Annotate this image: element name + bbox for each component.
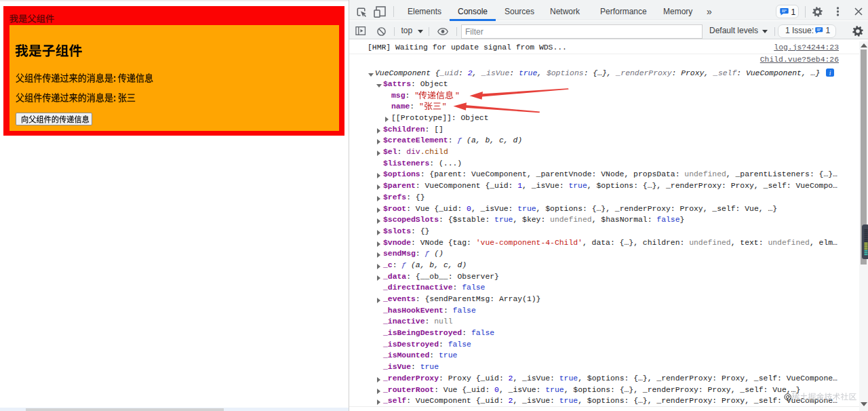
svg-text:i: i — [829, 70, 831, 77]
